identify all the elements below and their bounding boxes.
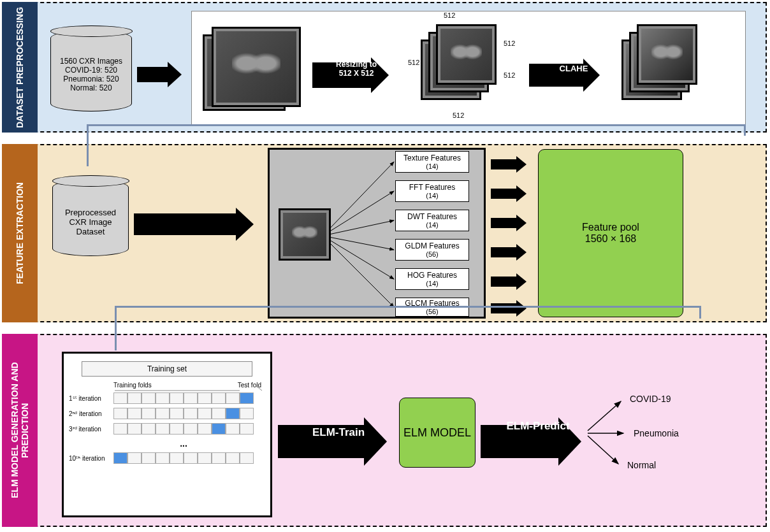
svg-line-1 [329, 191, 394, 232]
output-covid: COVID-19 [630, 394, 671, 404]
connector-s2-s3-v [115, 306, 117, 350]
preproc-line3: Dataset [76, 227, 105, 236]
dim-right1: 512 [504, 40, 515, 47]
svg-line-0 [329, 162, 394, 229]
elm-model-label: ELM MODEL [403, 426, 471, 440]
feature-pool-box: Feature pool 1560 × 168 [538, 149, 683, 317]
output-normal: Normal [627, 460, 656, 470]
svg-line-2 [329, 220, 394, 234]
resize-arrow-label: Resizing to 512 X 512 [315, 60, 398, 78]
kfold-iter3: 3ʳᵈ iteration [69, 426, 113, 433]
elm-train-label: ELM-Train [282, 426, 395, 439]
section1-label: DATASET PREPROCESSING [2, 2, 38, 133]
arrow-resize: Resizing to 512 X 512 [312, 57, 395, 93]
svg-line-4 [329, 240, 394, 279]
preproc-line2: CXR Image [69, 217, 112, 227]
dim-top: 512 [444, 11, 455, 19]
section3-label: ELM MODEL GENERATION AND PREDICTION [2, 334, 38, 527]
arrow-feat-1 [491, 156, 527, 173]
output-pneumonia: Pneumonia [634, 428, 679, 438]
svg-line-12 [588, 436, 618, 464]
kfold-box: Training set Training folds Test fold 1ˢ… [62, 352, 272, 517]
connector-s1-s2-h [87, 124, 746, 136]
dim-right2: 512 [504, 71, 515, 79]
connector-s2-s3-h [115, 306, 701, 319]
dataset-line3: Pneumonia: 520 [63, 75, 119, 83]
preproc-cylinder: Preprocessed CXR Image Dataset [52, 180, 129, 256]
elm-model-box: ELM MODEL [399, 398, 476, 468]
arrow-elm-predict: ELM-Predict [481, 417, 583, 466]
svg-line-5 [329, 242, 394, 307]
dim-left: 512 [408, 59, 419, 66]
section2-label: FEATURE EXTRACTION [2, 144, 38, 322]
feature-pool-line1: Feature pool [582, 222, 639, 233]
kfold-bracket [112, 384, 272, 393]
dim-bottom: 512 [453, 111, 464, 119]
clahe-arrow-label: CLAHE [535, 64, 612, 73]
feature-pool-line2: 1560 × 168 [585, 233, 637, 245]
kfold-dots: ... [113, 438, 254, 449]
arrow-clahe: CLAHE [529, 59, 606, 92]
svg-line-10 [588, 401, 621, 431]
arrow-feat-4 [491, 244, 527, 261]
dataset-line4: Normal: 520 [70, 83, 112, 92]
elm-predict-label: ELM-Predict [487, 420, 589, 433]
feature-lines [268, 148, 486, 319]
preproc-line1: Preprocessed [65, 208, 116, 217]
svg-line-3 [329, 237, 394, 250]
connector-s1-s2-v [87, 124, 89, 166]
arrow-elm-train: ELM-Train [278, 417, 391, 466]
kfold-iter10: 10ᵗʰ iteration [69, 455, 113, 462]
arrow-feat-3 [491, 215, 527, 231]
arrow-feat-2 [491, 185, 527, 202]
arrow-dataset-to-images [137, 62, 182, 87]
dataset-line1: 1560 CXR Images [60, 57, 122, 66]
dataset-cylinder: 1560 CXR Images COVID-19: 520 Pneumonia:… [50, 30, 132, 111]
kfold-title: Training set [82, 361, 252, 377]
arrow-feat-5 [491, 273, 527, 290]
dataset-line2: COVID-19: 520 [65, 66, 117, 75]
arrow-preproc-to-features [134, 208, 254, 241]
svg-line-8 [256, 385, 262, 391]
kfold-iter2: 2ⁿᵈ iteration [69, 410, 113, 417]
kfold-iter1: 1ˢᵗ iteration [69, 395, 113, 402]
